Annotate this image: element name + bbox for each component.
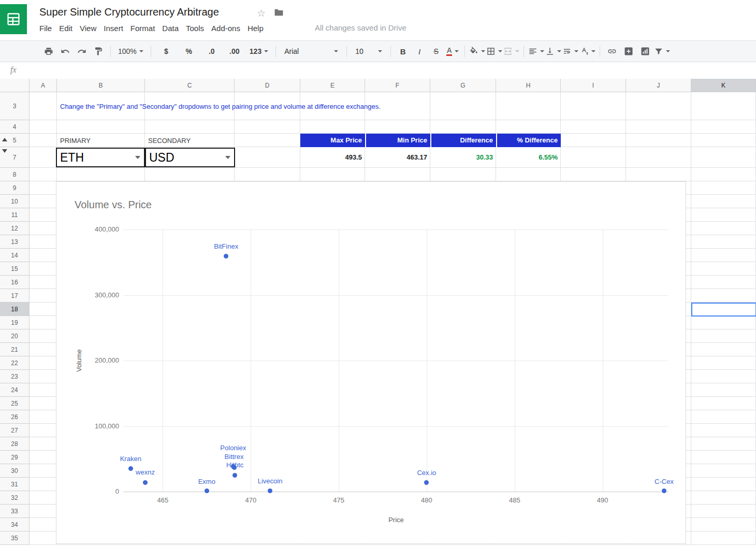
column-header-E[interactable]: E: [300, 79, 365, 92]
row-header-34[interactable]: 34: [0, 518, 30, 531]
row-header-4[interactable]: 4: [0, 120, 30, 134]
row-header-33[interactable]: 33: [0, 505, 30, 518]
redo-button[interactable]: [74, 44, 90, 59]
stat-header--difference[interactable]: % Difference: [496, 134, 561, 147]
row-header-21[interactable]: 21: [0, 343, 30, 356]
row-header-27[interactable]: 27: [0, 424, 30, 437]
row-header-15[interactable]: 15: [0, 262, 30, 276]
bold-button[interactable]: B: [395, 44, 411, 59]
text-wrap-button[interactable]: [562, 44, 578, 59]
italic-button[interactable]: I: [412, 44, 427, 59]
column-header-K[interactable]: K: [691, 79, 756, 92]
select-all-corner[interactable]: [0, 79, 30, 92]
row-header-16[interactable]: 16: [0, 276, 30, 289]
number-format-menu[interactable]: 123: [246, 44, 271, 59]
row-header-3[interactable]: 3: [0, 92, 30, 120]
column-header-B[interactable]: B: [57, 79, 145, 92]
row-header-13[interactable]: 13: [0, 235, 30, 249]
insert-link-button[interactable]: [604, 44, 620, 59]
column-header-J[interactable]: J: [626, 79, 691, 92]
row-header-29[interactable]: 29: [0, 451, 30, 464]
menu-format[interactable]: Format: [127, 22, 159, 34]
formula-bar[interactable]: fx: [0, 62, 756, 80]
stat-header-min-price[interactable]: Min Price: [365, 134, 430, 147]
row-header-23[interactable]: 23: [0, 370, 30, 383]
menu-view[interactable]: View: [76, 22, 100, 34]
percent-format-button[interactable]: %: [178, 44, 200, 59]
strikethrough-button[interactable]: S: [428, 44, 444, 59]
row-header-11[interactable]: 11: [0, 208, 30, 222]
row-header-22[interactable]: 22: [0, 356, 30, 370]
row-header-32[interactable]: 32: [0, 491, 30, 505]
hidden-rows-expand-up-icon[interactable]: [2, 138, 7, 141]
cell-note[interactable]: Change the "Primary" and "Secondary" dro…: [57, 92, 381, 120]
print-button[interactable]: [41, 44, 56, 59]
stat-header-difference[interactable]: Difference: [430, 134, 496, 147]
filter-button[interactable]: [654, 44, 670, 59]
hidden-rows-expand-down-icon[interactable]: [2, 149, 7, 153]
document-title[interactable]: Super Simple Cryptocurrency Arbitrage: [39, 6, 219, 18]
stat-value-3[interactable]: 6.55%: [496, 147, 561, 168]
row-header-28[interactable]: 28: [0, 437, 30, 451]
row-header-26[interactable]: 26: [0, 410, 30, 424]
column-header-G[interactable]: G: [430, 79, 496, 92]
row-header-25[interactable]: 25: [0, 397, 30, 410]
menu-data[interactable]: Data: [158, 22, 182, 34]
stat-value-1[interactable]: 463.17: [365, 147, 430, 168]
row-header-19[interactable]: 19: [0, 316, 30, 329]
menu-help[interactable]: Help: [244, 22, 267, 34]
row-header-10[interactable]: 10: [0, 195, 30, 208]
decrease-decimals-button[interactable]: .0: [201, 44, 223, 59]
text-color-button[interactable]: A: [445, 44, 460, 59]
column-header-H[interactable]: H: [496, 79, 561, 92]
save-status[interactable]: All changes saved in Drive: [315, 23, 406, 32]
row-header-31[interactable]: 31: [0, 478, 30, 491]
stat-value-2[interactable]: 30.33: [430, 147, 496, 168]
cell-secondary-label[interactable]: SECONDARY: [145, 134, 191, 147]
sheets-logo[interactable]: [0, 4, 27, 34]
column-header-A[interactable]: A: [30, 79, 57, 92]
row-header-8[interactable]: 8: [0, 168, 30, 181]
row-header-12[interactable]: 12: [0, 222, 30, 235]
currency-format-button[interactable]: $: [155, 44, 177, 59]
merge-cells-button[interactable]: [503, 44, 519, 59]
font-family-select[interactable]: Arial: [280, 44, 342, 59]
undo-button[interactable]: [57, 44, 73, 59]
column-header-I[interactable]: I: [561, 79, 626, 92]
row-header-20[interactable]: 20: [0, 329, 30, 343]
row-header-9[interactable]: 9: [0, 181, 30, 195]
row-header-17[interactable]: 17: [0, 289, 30, 303]
vertical-align-button[interactable]: [545, 44, 561, 59]
menu-edit[interactable]: Edit: [55, 22, 76, 34]
stat-value-0[interactable]: 493.5: [300, 147, 365, 168]
insert-comment-button[interactable]: [621, 44, 636, 59]
row-header-18[interactable]: 18: [0, 303, 30, 316]
spreadsheet-grid[interactable]: Change the "Primary" and "Secondary" dro…: [30, 92, 756, 546]
chart[interactable]: Volume vs. Price Price Volume 0100,00020…: [56, 181, 686, 544]
row-header-24[interactable]: 24: [0, 383, 30, 397]
row-header-30[interactable]: 30: [0, 464, 30, 478]
star-icon[interactable]: ☆: [257, 7, 266, 19]
paint-format-button[interactable]: [91, 44, 106, 59]
insert-chart-button[interactable]: [637, 44, 653, 59]
fill-color-button[interactable]: [469, 44, 485, 59]
menu-insert[interactable]: Insert: [100, 22, 127, 34]
borders-button[interactable]: [486, 44, 502, 59]
font-size-select[interactable]: 10: [351, 44, 386, 59]
text-rotation-button[interactable]: [579, 44, 595, 59]
row-header-35[interactable]: 35: [0, 531, 30, 545]
menu-file[interactable]: File: [36, 22, 55, 34]
column-header-F[interactable]: F: [365, 79, 430, 92]
menu-add-ons[interactable]: Add-ons: [208, 22, 244, 34]
menu-tools[interactable]: Tools: [182, 22, 208, 34]
secondary-dropdown[interactable]: USD: [145, 148, 235, 167]
column-header-D[interactable]: D: [235, 79, 300, 92]
column-header-C[interactable]: C: [145, 79, 235, 92]
horizontal-align-button[interactable]: [528, 44, 544, 59]
stat-header-max-price[interactable]: Max Price: [300, 134, 365, 147]
folder-icon[interactable]: [274, 8, 284, 19]
cell-primary-label[interactable]: PRIMARY: [57, 134, 91, 147]
increase-decimals-button[interactable]: .00: [224, 44, 245, 59]
zoom-select[interactable]: 100%: [115, 44, 147, 59]
primary-dropdown[interactable]: ETH: [56, 148, 145, 167]
